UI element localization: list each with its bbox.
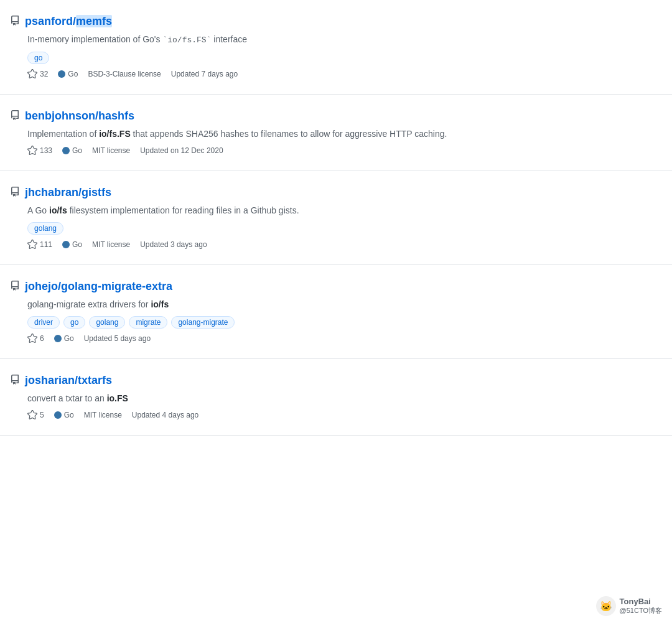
repo-item: benbjohnson/hashfsImplementation of io/f…: [0, 95, 672, 171]
repo-description: golang-migrate extra drivers for io/fs: [27, 298, 662, 311]
repo-tag[interactable]: golang: [89, 316, 125, 329]
star-icon: [27, 69, 37, 79]
repo-meta: 5GoMIT licenseUpdated 4 days ago: [27, 410, 662, 420]
repo-item: jhchabran/gistfsA Go io/fs filesystem im…: [0, 171, 672, 265]
repo-language: Go: [58, 70, 78, 78]
repo-name-link[interactable]: benbjohnson/hashfs: [25, 110, 134, 123]
repo-license: MIT license: [92, 240, 130, 249]
watermark-title: TonyBai: [620, 597, 662, 606]
repo-meta: 133GoMIT licenseUpdated on 12 Dec 2020: [27, 146, 662, 156]
repo-owner: johejo/: [25, 280, 61, 292]
language-dot: [62, 147, 70, 154]
repo-stars[interactable]: 133: [27, 146, 52, 156]
stars-count: 133: [40, 146, 52, 155]
repo-name-highlight: memfs: [76, 15, 112, 27]
repo-meta: 32GoBSD-3-Clause licenseUpdated 7 days a…: [27, 69, 662, 79]
repo-stars[interactable]: 111: [27, 240, 52, 250]
repo-language: Go: [62, 240, 82, 249]
language-dot: [58, 70, 65, 78]
repo-tag[interactable]: go: [63, 316, 85, 329]
repo-description: convert a txtar to an io.FS: [27, 392, 662, 405]
repo-header: psanford/memfs: [10, 15, 662, 28]
repo-stars[interactable]: 32: [27, 69, 48, 79]
watermark: 🐱 TonyBai @51CTO博客: [596, 596, 662, 616]
repo-stars[interactable]: 5: [27, 410, 44, 420]
language-dot: [54, 335, 62, 342]
repo-updated: Updated 7 days ago: [171, 70, 238, 78]
repo-updated: Updated 4 days ago: [132, 411, 198, 419]
language-text: Go: [72, 240, 82, 249]
repo-updated: Updated on 12 Dec 2020: [140, 146, 223, 155]
watermark-subtitle: @51CTO博客: [620, 606, 662, 615]
repo-name-text: memfs: [76, 15, 112, 27]
repo-language: Go: [54, 411, 74, 419]
repo-tag[interactable]: migrate: [129, 316, 167, 329]
repo-name-link[interactable]: psanford/memfs: [25, 15, 112, 28]
repo-header: johejo/golang-migrate-extra: [10, 280, 662, 293]
stars-count: 6: [40, 334, 44, 343]
repo-language: Go: [62, 146, 82, 155]
repo-icon: [10, 16, 20, 27]
repo-item: josharian/txtarfsconvert a txtar to an i…: [0, 359, 672, 436]
repo-name-link[interactable]: josharian/txtarfs: [25, 374, 112, 387]
language-dot: [54, 411, 62, 419]
star-icon: [27, 334, 37, 343]
repo-description: A Go io/fs filesystem implementation for…: [27, 204, 662, 217]
repo-header: josharian/txtarfs: [10, 374, 662, 387]
repo-owner: josharian/: [25, 374, 78, 386]
repo-name-text: hashfs: [98, 110, 134, 122]
repo-tags: go: [27, 52, 662, 64]
repo-header: benbjohnson/hashfs: [10, 110, 662, 123]
language-text: Go: [64, 334, 74, 343]
repo-tag[interactable]: driver: [27, 316, 60, 329]
repo-owner: psanford/: [25, 15, 76, 27]
repo-language: Go: [54, 334, 74, 343]
repo-updated: Updated 3 days ago: [140, 240, 207, 249]
repo-meta: 6GoUpdated 5 days ago: [27, 334, 662, 343]
repo-owner: jhchabran/: [25, 186, 82, 199]
language-text: Go: [72, 146, 82, 155]
repo-tag[interactable]: golang: [27, 222, 63, 235]
repo-header: jhchabran/gistfs: [10, 186, 662, 199]
repo-license: MIT license: [92, 146, 130, 155]
repo-updated: Updated 5 days ago: [84, 334, 151, 343]
language-text: Go: [68, 70, 78, 78]
star-icon: [27, 410, 37, 420]
repo-list: psanford/memfsIn-memory implementation o…: [0, 0, 672, 436]
repo-tag[interactable]: golang-migrate: [171, 316, 235, 329]
watermark-text: TonyBai @51CTO博客: [620, 597, 662, 615]
repo-owner: benbjohnson/: [25, 110, 98, 122]
language-text: Go: [64, 411, 74, 419]
star-icon: [27, 240, 37, 250]
repo-meta: 111GoMIT licenseUpdated 3 days ago: [27, 240, 662, 250]
repo-icon: [10, 110, 20, 122]
repo-name-text: gistfs: [82, 186, 111, 199]
repo-name-text: golang-migrate-extra: [61, 280, 172, 292]
star-icon: [27, 146, 37, 156]
repo-item: psanford/memfsIn-memory implementation o…: [0, 0, 672, 95]
repo-tags: golang: [27, 222, 662, 235]
repo-name-text: txtarfs: [78, 374, 112, 386]
repo-name-link[interactable]: jhchabran/gistfs: [25, 186, 111, 199]
repo-stars[interactable]: 6: [27, 334, 44, 343]
repo-tags: drivergogolangmigrategolang-migrate: [27, 316, 662, 329]
repo-description: Implementation of io/fs.FS that appends …: [27, 128, 662, 141]
repo-description: In-memory implementation of Go's `io/fs.…: [27, 33, 662, 47]
repo-name-link[interactable]: johejo/golang-migrate-extra: [25, 280, 172, 293]
repo-icon: [10, 281, 20, 292]
repo-item: johejo/golang-migrate-extragolang-migrat…: [0, 265, 672, 359]
watermark-icon: 🐱: [596, 596, 616, 616]
stars-count: 111: [40, 240, 52, 249]
language-dot: [62, 241, 70, 248]
repo-license: MIT license: [84, 411, 122, 419]
stars-count: 5: [40, 411, 44, 419]
repo-tag[interactable]: go: [27, 52, 49, 64]
stars-count: 32: [40, 70, 48, 78]
repo-icon: [10, 187, 20, 199]
repo-icon: [10, 375, 20, 386]
repo-license: BSD-3-Clause license: [88, 70, 161, 78]
